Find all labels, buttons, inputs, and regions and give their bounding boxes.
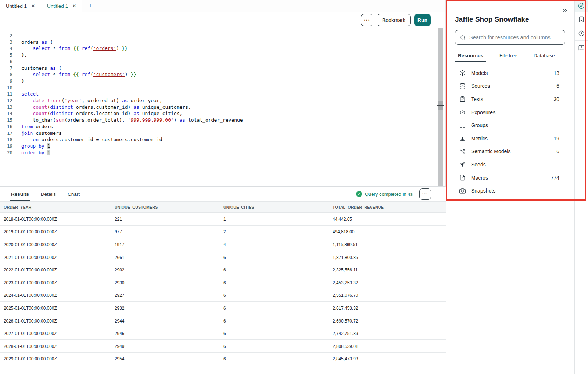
code-line[interactable]: 11select xyxy=(0,91,445,97)
code-line[interactable]: 18 on orders.customer_id = customers.cus… xyxy=(0,136,445,143)
chevrons-right-icon collapse-panel-button[interactable] xyxy=(562,7,569,14)
resource-item-models[interactable]: Models13 xyxy=(455,66,565,80)
table-cell: 6 xyxy=(220,317,329,324)
code-line[interactable]: 14 count(distinct orders.location_id) as… xyxy=(0,110,445,117)
panel-tab-database[interactable]: Database xyxy=(531,51,558,62)
resource-count: 30 xyxy=(553,96,559,102)
close-icon[interactable]: ✕ xyxy=(72,3,76,8)
editor-tab[interactable]: Untitled 1✕ xyxy=(0,0,41,12)
results-tab-details[interactable]: Details xyxy=(41,187,56,201)
message-plus-rail-button[interactable] xyxy=(575,41,588,55)
line-number: 16 xyxy=(0,123,12,130)
panel-tab-resources[interactable]: Resources xyxy=(455,51,486,62)
code-text: count(distinct orders.customer_id) as un… xyxy=(21,104,191,111)
resource-item-metrics[interactable]: Metrics19 xyxy=(455,132,565,145)
results-tab-results[interactable]: Results xyxy=(11,187,29,201)
table-cell: 2019-01-01T00:00:00.000Z xyxy=(0,228,111,235)
search-input[interactable] xyxy=(469,35,560,40)
bookmark-rail-button[interactable] xyxy=(575,12,588,26)
table-row: 2022-01-01T00:00:00.000Z290262,325,556.1… xyxy=(0,263,446,276)
table-cell: 2 xyxy=(220,228,329,235)
resource-item-snapshots[interactable]: Snapshots xyxy=(455,184,565,197)
results-more-button[interactable]: ··· xyxy=(419,188,431,200)
bookmark-button[interactable]: Bookmark xyxy=(377,14,411,26)
code-line[interactable]: 7customers as ( xyxy=(0,65,445,72)
resource-item-exposures[interactable]: Exposures xyxy=(455,106,565,119)
table-cell: 977 xyxy=(111,228,220,235)
table-cell: 2946 xyxy=(111,330,220,337)
resource-item-groups[interactable]: Groups xyxy=(455,119,565,132)
resource-item-tests[interactable]: Tests30 xyxy=(455,93,565,106)
share-nodes-icon xyxy=(459,148,466,155)
compass-icon xyxy=(578,3,585,9)
code-line[interactable]: 17join customers xyxy=(0,130,445,137)
table-cell: 6 xyxy=(220,305,329,311)
column-header: TOTAL_ORDER_REVENUE xyxy=(329,205,446,209)
table-cell: 2661 xyxy=(111,254,220,260)
editor-toolbar: ··· Bookmark Run xyxy=(0,12,445,28)
code-line[interactable]: 6 xyxy=(0,58,445,65)
table-cell: 2026-01-01T00:00:00.000Z xyxy=(0,317,111,324)
code-line[interactable]: 2 xyxy=(0,32,445,39)
table-cell: 1,871,800.85 xyxy=(329,254,446,260)
code-line[interactable]: 10 xyxy=(0,84,445,91)
table-cell: 6 xyxy=(220,343,329,349)
line-number: 4 xyxy=(0,45,12,52)
code-line[interactable]: 8 select * from {{ ref('customers') }} xyxy=(0,71,445,78)
code-text: group by 1 xyxy=(21,143,50,150)
resource-count: 19 xyxy=(553,136,559,141)
code-line[interactable]: 16from orders xyxy=(0,123,445,130)
table-cell: 2,551,076.70 xyxy=(329,292,446,298)
sql-code-editor[interactable]: 23orders as (4 select * from {{ ref('ord… xyxy=(0,28,445,186)
results-tab-chart[interactable]: Chart xyxy=(68,187,80,201)
table-cell: 494,818.00 xyxy=(329,228,446,235)
results-panel: ResultsDetailsChart ✓ Query completed in… xyxy=(0,186,446,374)
table-cell: 2949 xyxy=(111,343,220,349)
resource-label: Metrics xyxy=(471,136,488,141)
new-tab-button[interactable]: + xyxy=(82,0,98,12)
table-row: 2025-01-01T00:00:00.000Z293262,617,453.3… xyxy=(0,302,446,314)
code-line[interactable]: 13 count(distinct orders.customer_id) as… xyxy=(0,104,445,111)
code-line[interactable]: 4 select * from {{ ref('orders') }} xyxy=(0,45,445,52)
resource-item-macros[interactable]: Macros774 xyxy=(455,171,565,184)
cube-icon xyxy=(459,70,466,76)
table-header-row: ORDER_YEARUNIQUE_CUSTOMERSUNIQUE_CITIEST… xyxy=(0,201,446,213)
code-text: customers as ( xyxy=(21,65,62,72)
resource-item-sources[interactable]: Sources6 xyxy=(455,80,565,93)
code-line[interactable]: 19group by 1 xyxy=(0,143,445,150)
table-cell: 2,617,453.32 xyxy=(329,305,446,311)
line-number: 2 xyxy=(0,32,12,39)
run-button[interactable]: Run xyxy=(414,14,431,26)
editor-tab-bar: Untitled 1✕Untitled 1✕ + xyxy=(0,0,445,12)
code-text: count(distinct orders.location_id) as un… xyxy=(21,110,182,117)
resource-label: Exposures xyxy=(471,109,495,115)
code-line[interactable]: 15 to_char(sum(orders.order_total), '999… xyxy=(0,117,445,123)
table-cell: 2024-01-01T00:00:00.000Z xyxy=(0,292,111,298)
table-cell: 2028-01-01T00:00:00.000Z xyxy=(0,343,111,349)
code-line[interactable]: 5), xyxy=(0,52,445,58)
clock-rail-button[interactable] xyxy=(575,26,588,41)
line-number: 7 xyxy=(0,65,12,72)
table-cell: 6 xyxy=(220,279,329,286)
resource-item-seeds[interactable]: Seeds xyxy=(455,158,565,171)
editor-tab[interactable]: Untitled 1✕ xyxy=(41,0,82,12)
compass-rail-button[interactable] xyxy=(575,0,588,12)
panel-tab-file-tree[interactable]: File tree xyxy=(496,51,520,62)
resources-side-panel: Jaffle Shop Snowflake ResourcesFile tree… xyxy=(446,0,574,374)
close-icon[interactable]: ✕ xyxy=(31,3,35,8)
code-line[interactable]: 3orders as ( xyxy=(0,39,445,46)
resource-item-semantic-models[interactable]: Semantic Models6 xyxy=(455,145,565,158)
line-number: 19 xyxy=(0,143,12,150)
table-cell: 2,742,751.39 xyxy=(329,330,446,337)
pane-splitter[interactable] xyxy=(438,28,443,186)
code-line[interactable]: 20order by 1 xyxy=(0,150,445,156)
code-line[interactable]: 9) xyxy=(0,78,445,84)
table-cell: 2029-01-01T00:00:00.000Z xyxy=(0,355,111,362)
code-line[interactable]: 12 date_trunc('year', ordered_at) as ord… xyxy=(0,97,445,104)
editor-more-button[interactable]: ··· xyxy=(361,14,373,26)
resource-search-box xyxy=(455,30,565,45)
line-number: 14 xyxy=(0,110,12,117)
resource-label: Snapshots xyxy=(471,188,495,194)
table-cell: 6 xyxy=(220,292,329,298)
table-row: 2019-01-01T00:00:00.000Z9772494,818.00 xyxy=(0,226,446,238)
